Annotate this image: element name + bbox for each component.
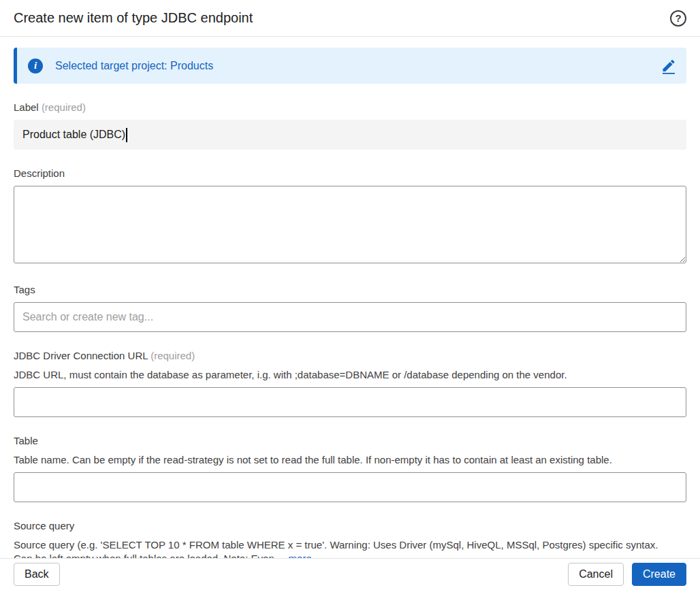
source-query-field: Source query Source query (e.g. 'SELECT … <box>14 520 686 558</box>
source-query-helper-line2: Can be left empty when full tables are l… <box>14 553 285 558</box>
jdbc-url-label-text: JDBC Driver Connection URL <box>14 350 148 361</box>
cancel-button[interactable]: Cancel <box>568 563 624 586</box>
label-field-label: Label (required) <box>14 101 686 113</box>
text-caret <box>126 128 127 142</box>
dialog-content: i Selected target project: Products Labe… <box>0 37 700 558</box>
label-field: Label (required) Product table (JDBC) <box>14 101 686 150</box>
tags-field-label: Tags <box>14 284 686 295</box>
table-input[interactable] <box>14 472 686 502</box>
jdbc-url-required-suffix: (required) <box>150 350 195 361</box>
description-field-label: Description <box>14 167 686 179</box>
table-field-label: Table <box>14 435 686 446</box>
source-query-field-label: Source query <box>14 520 686 531</box>
label-input-value: Product table (JDBC) <box>22 129 125 141</box>
dialog-footer: Back Cancel Create <box>0 558 700 590</box>
dialog-title: Create new item of type JDBC endpoint <box>14 10 253 26</box>
back-button[interactable]: Back <box>14 563 60 586</box>
jdbc-url-field-label: JDBC Driver Connection URL (required) <box>14 350 686 361</box>
create-item-dialog: Create new item of type JDBC endpoint ? … <box>0 0 700 590</box>
description-field: Description <box>14 167 686 266</box>
edit-project-icon[interactable] <box>661 58 677 74</box>
more-link[interactable]: more <box>289 553 312 558</box>
tags-field: Tags <box>14 284 686 332</box>
dialog-header: Create new item of type JDBC endpoint ? <box>0 0 700 37</box>
jdbc-url-input[interactable] <box>14 387 686 417</box>
label-field-label-text: Label <box>14 101 39 113</box>
source-query-helper-line1: Source query (e.g. 'SELECT TOP 10 * FROM… <box>14 539 658 551</box>
info-icon: i <box>28 59 43 73</box>
target-project-text: Selected target project: Products <box>55 60 661 72</box>
jdbc-url-helper-text: JDBC URL, must contain the database as p… <box>14 368 686 382</box>
description-textarea[interactable] <box>14 186 686 263</box>
source-query-helper-text: Source query (e.g. 'SELECT TOP 10 * FROM… <box>14 538 686 558</box>
target-project-banner: i Selected target project: Products <box>14 48 686 84</box>
tags-input[interactable] <box>14 302 686 332</box>
help-icon[interactable]: ? <box>670 10 686 27</box>
label-required-suffix: (required) <box>42 101 86 113</box>
jdbc-url-field: JDBC Driver Connection URL (required) JD… <box>14 350 686 417</box>
label-input[interactable]: Product table (JDBC) <box>14 120 686 150</box>
create-button[interactable]: Create <box>632 563 686 586</box>
table-field: Table Table name. Can be empty if the re… <box>14 435 686 502</box>
table-helper-text: Table name. Can be empty if the read-str… <box>14 453 686 467</box>
